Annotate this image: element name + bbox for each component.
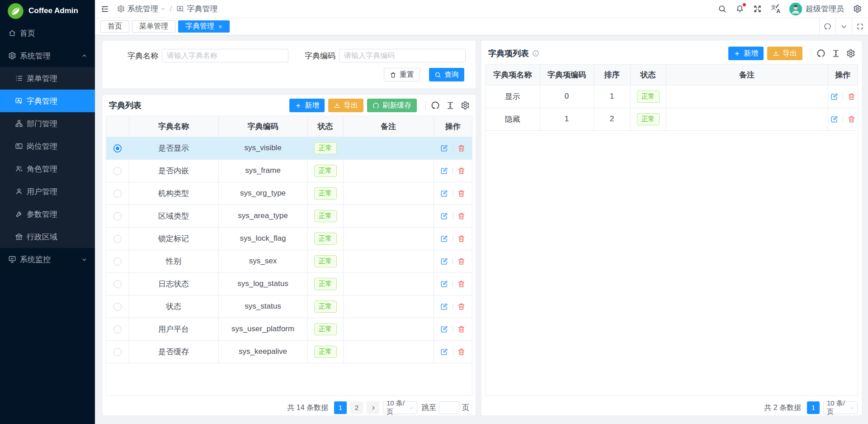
delete-icon[interactable] <box>847 92 856 101</box>
sidebar-item-5[interactable]: 岗位管理 <box>0 135 95 157</box>
sidebar-item-8[interactable]: 参数管理 <box>0 203 95 225</box>
edit-icon[interactable] <box>440 167 448 175</box>
edit-icon[interactable] <box>440 189 448 198</box>
row-radio[interactable] <box>113 235 122 243</box>
row-radio[interactable] <box>113 212 122 220</box>
edit-icon[interactable] <box>440 280 448 288</box>
username[interactable]: 超级管理员 <box>806 4 844 14</box>
edit-icon[interactable] <box>440 325 448 333</box>
dict-name-input[interactable] <box>162 49 288 62</box>
delete-icon[interactable] <box>457 257 466 266</box>
edit-icon[interactable] <box>830 115 839 124</box>
maximize-icon[interactable] <box>852 18 868 35</box>
sidebar-item-0[interactable]: 首页 <box>0 22 95 44</box>
delete-icon[interactable] <box>457 189 466 198</box>
sidebar-item-6[interactable]: 角色管理 <box>0 157 95 180</box>
fullscreen-icon[interactable] <box>753 5 762 13</box>
page-button-2[interactable]: 2 <box>350 401 363 414</box>
delete-icon[interactable] <box>847 115 856 124</box>
settings-gear-icon[interactable] <box>461 101 470 110</box>
page-size-select[interactable]: 10 条/页 <box>383 401 417 414</box>
delete-icon[interactable] <box>457 302 466 311</box>
tab-1[interactable]: 菜单管理 <box>132 20 175 33</box>
add-button[interactable]: 新增 <box>289 99 325 112</box>
chevron-down-icon[interactable] <box>835 18 852 35</box>
delete-icon[interactable] <box>457 212 466 220</box>
translate-icon[interactable]: 文A <box>771 5 780 14</box>
dict-table-row[interactable]: 日志状态sys_log_status正常 <box>106 272 472 295</box>
dict-table-row[interactable]: 是否显示sys_visible正常 <box>106 137 472 159</box>
row-radio[interactable] <box>113 325 122 333</box>
search-icon[interactable] <box>718 5 726 13</box>
dict-table-row[interactable]: 区域类型sys_area_type正常 <box>106 205 472 227</box>
refresh-icon[interactable] <box>431 101 440 110</box>
query-button[interactable]: 查询 <box>429 68 464 81</box>
edit-icon[interactable] <box>440 234 448 243</box>
page-button-1[interactable]: 1 <box>807 401 820 414</box>
sidebar-item-1[interactable]: 系统管理 <box>0 44 95 67</box>
next-page-button[interactable] <box>367 401 379 414</box>
row-radio[interactable] <box>113 257 122 266</box>
edit-icon[interactable] <box>440 302 448 311</box>
breadcrumb-page[interactable]: 字典管理 <box>187 4 217 14</box>
page-size-select[interactable]: 10 条/页 <box>823 401 858 414</box>
tab-2[interactable]: 字典管理× <box>178 20 230 33</box>
edit-icon[interactable] <box>440 257 448 266</box>
user-avatar[interactable] <box>789 3 802 15</box>
item-table-row[interactable]: 显示01正常 <box>486 85 858 108</box>
dict-table-row[interactable]: 锁定标记sys_lock_flag正常 <box>106 227 472 250</box>
dict-code-input[interactable] <box>339 49 466 62</box>
edit-icon[interactable] <box>440 212 448 220</box>
export-button[interactable]: 导出 <box>328 99 363 112</box>
close-icon[interactable]: × <box>218 23 222 30</box>
refresh-cache-button[interactable]: 刷新缓存 <box>367 99 417 112</box>
dict-table-row[interactable]: 状态sys_status正常 <box>106 295 472 318</box>
row-radio[interactable] <box>113 144 122 152</box>
jump-page-input[interactable] <box>439 401 459 414</box>
refresh-icon[interactable] <box>816 49 826 58</box>
divider <box>453 326 453 332</box>
sidebar-item-4[interactable]: 部门管理 <box>0 112 95 135</box>
dict-table-row[interactable]: 用户平台sys_user_platform正常 <box>106 318 472 340</box>
menu-fold-icon[interactable] <box>100 5 109 14</box>
dict-list-title: 字典列表 <box>109 100 142 111</box>
refresh-icon[interactable] <box>819 18 835 35</box>
sidebar-item-10[interactable]: 系统监控 <box>0 248 95 271</box>
settings-gear-icon[interactable] <box>846 49 855 58</box>
settings-gear-icon[interactable] <box>853 5 862 13</box>
row-radio[interactable] <box>113 348 122 356</box>
sidebar-item-9[interactable]: 行政区域 <box>0 225 95 248</box>
dict-table-row[interactable]: 是否缓存sys_keepalive正常 <box>106 340 472 363</box>
row-radio[interactable] <box>113 190 122 198</box>
row-radio[interactable] <box>113 280 122 288</box>
edit-icon[interactable] <box>830 92 839 101</box>
table-cell: sys_user_platform <box>218 318 307 340</box>
row-radio[interactable] <box>113 167 122 175</box>
notification-bell-icon[interactable] <box>736 5 744 13</box>
export-item-button[interactable]: 导出 <box>767 47 802 60</box>
page-button-1[interactable]: 1 <box>334 401 347 414</box>
dict-table-row[interactable]: 是否内嵌sys_frame正常 <box>106 159 472 182</box>
sidebar-item-7[interactable]: 用户管理 <box>0 180 95 203</box>
column-height-icon[interactable] <box>831 49 840 58</box>
dict-table-row[interactable]: 性别sys_sex正常 <box>106 250 472 272</box>
row-radio[interactable] <box>113 303 122 311</box>
delete-icon[interactable] <box>457 348 466 356</box>
reset-button[interactable]: 重置 <box>384 68 420 81</box>
edit-icon[interactable] <box>440 144 448 152</box>
tab-0[interactable]: 首页 <box>100 20 129 33</box>
sidebar-item-3[interactable]: 字典管理 <box>0 90 95 112</box>
divider <box>453 167 453 174</box>
item-table-row[interactable]: 隐藏12正常 <box>486 108 858 130</box>
delete-icon[interactable] <box>457 167 466 175</box>
dict-table-row[interactable]: 机构类型sys_org_type正常 <box>106 182 472 205</box>
delete-icon[interactable] <box>457 144 466 152</box>
delete-icon[interactable] <box>457 234 466 243</box>
sidebar-item-2[interactable]: 菜单管理 <box>0 67 95 90</box>
add-item-button[interactable]: 新增 <box>728 47 764 60</box>
edit-icon[interactable] <box>440 348 448 356</box>
delete-icon[interactable] <box>457 280 466 288</box>
breadcrumb-section[interactable]: 系统管理 <box>127 4 158 14</box>
delete-icon[interactable] <box>457 325 466 333</box>
column-height-icon[interactable] <box>446 101 455 110</box>
